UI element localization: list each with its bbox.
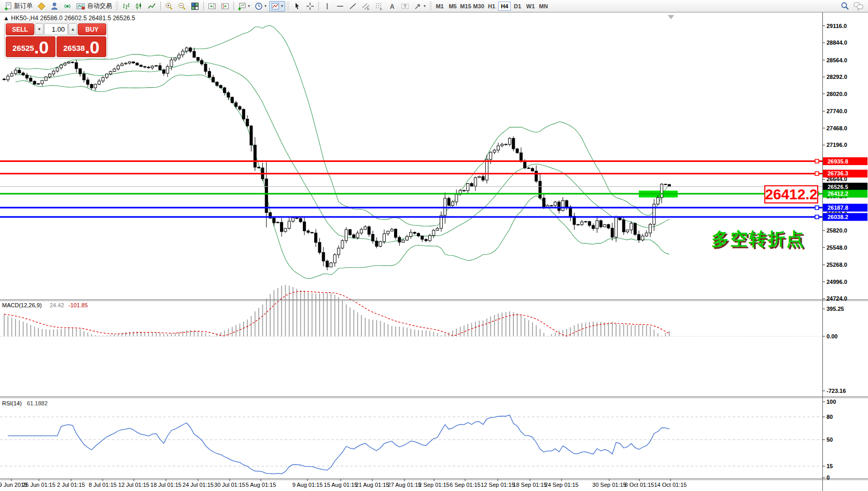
timeframe-W1[interactable]: W1 [524,2,537,11]
svg-text:RSI(14): RSI(14) [2,400,22,406]
sell-price-pips: .0 [34,38,49,56]
svg-text:F: F [380,7,382,10]
zoom-out-button[interactable] [176,1,188,11]
market-watch-icon [37,2,46,10]
buy-price-main: 26538 [63,40,85,56]
svg-text:28020.0: 28020.0 [827,91,847,97]
svg-text:26187.8: 26187.8 [828,204,848,211]
svg-text:8 Oct 01:15: 8 Oct 01:15 [625,482,654,488]
auto-trading-button[interactable]: 自动交易 [74,1,114,11]
tile-windows-button[interactable] [189,1,201,11]
svg-text:2 Sep 01:15: 2 Sep 01:15 [418,482,449,488]
svg-text:26412.2: 26412.2 [828,190,848,197]
volume-increase-button[interactable]: ▲ [68,23,77,35]
sell-button[interactable]: SELL [6,23,34,35]
svg-text:27740.0: 27740.0 [827,108,847,114]
channel-tool-button[interactable]: E [360,1,372,11]
chart-shift-button[interactable] [219,1,231,11]
svg-text:27 Aug 01:15: 27 Aug 01:15 [388,482,422,488]
chart-shift-marker-icon[interactable] [668,15,674,19]
price-chart[interactable]: 29116.028844.028564.028292.028020.027740… [0,12,868,491]
market-watch-button[interactable] [35,1,48,11]
svg-text:0.00: 0.00 [827,333,837,339]
svg-text:-101.85: -101.85 [68,302,88,308]
volume-input[interactable] [44,23,68,35]
svg-text:25820.0: 25820.0 [827,227,847,234]
crosshair-button[interactable] [304,1,316,11]
trendline-tool-button[interactable] [347,1,359,11]
text-label-tool-button[interactable]: T [399,1,411,11]
svg-text:9 Aug 01:15: 9 Aug 01:15 [292,482,323,488]
search-button[interactable] [838,1,851,11]
toolbar-grip [116,2,118,11]
timeframe-H4[interactable]: H4 [498,2,511,11]
buy-price-display[interactable]: 26538.0 [57,36,106,57]
new-order-label: 新订单 [14,2,33,10]
svg-text:26526.5: 26526.5 [828,184,848,190]
svg-text:12 Sep 01:15: 12 Sep 01:15 [481,482,514,488]
svg-text:26935.8: 26935.8 [828,158,848,165]
svg-text:50: 50 [827,437,833,443]
new-order-button[interactable]: 新订单 [2,1,35,11]
svg-text:25 Jun 01:15: 25 Jun 01:15 [22,482,55,488]
timeframe-M15[interactable]: M15 [459,2,472,11]
arrows-dropdown[interactable]: ▾ [412,1,428,11]
dropdown-caret-icon: ▾ [248,4,250,8]
signals-button[interactable] [61,1,74,11]
signals-icon [63,2,72,10]
toolbar-grip [287,2,289,11]
top-toolbar: 新订单 自动交易 [0,0,868,12]
dropdown-caret-icon: ▾ [264,4,267,8]
svg-text:61.1882: 61.1882 [27,400,48,406]
fibonacci-tool-button[interactable]: F [373,1,385,11]
svg-text:24724.0: 24724.0 [827,295,847,302]
trendline-icon [349,2,357,10]
timeframe-D1[interactable]: D1 [511,2,524,11]
sell-price-display[interactable]: 26525.0 [6,36,55,57]
zoom-out-icon [178,2,186,10]
horizontal-line-tool-button[interactable] [334,1,346,11]
zoom-in-icon [165,2,173,10]
svg-text:2 Jul 01:15: 2 Jul 01:15 [57,482,85,488]
svg-text:14 Oct 01:15: 14 Oct 01:15 [654,482,687,488]
timeframe-H1[interactable]: H1 [485,2,498,11]
svg-text:24 Jul 01:15: 24 Jul 01:15 [183,482,214,488]
timeframe-M30[interactable]: M30 [472,2,485,11]
indicators-dropdown[interactable]: ▾ [269,1,285,11]
price-annotation-label[interactable]: 26412.2 [764,185,818,203]
panel-collapse-icon[interactable]: ▲ [3,15,9,22]
period-clock-dropdown[interactable]: ▾ [253,1,269,11]
new-chart-dropdown[interactable]: ▾ [236,1,252,11]
search-icon [841,2,849,10]
cursor-button[interactable] [291,1,303,11]
timeframe-M5[interactable]: M5 [446,2,459,11]
candle-chart-type-button[interactable] [133,1,145,11]
svg-text:MACD(12,26,9): MACD(12,26,9) [2,302,41,308]
timeframe-MN[interactable]: MN [537,2,550,11]
vertical-line-tool-button[interactable] [321,1,333,11]
chat-button[interactable] [851,1,866,11]
svg-text:-723.16: -723.16 [827,388,846,394]
text-tool-button[interactable]: A [386,1,398,11]
one-click-trading-panel: SELL ▼ ▲ BUY 26525.0 26538.0 [4,22,108,59]
symbol-period-label: HK50-,H4 [11,15,38,22]
timeframe-toolbar: M1M5M15M30H1H4D1W1MN [433,2,550,11]
buy-button[interactable]: BUY [78,23,106,35]
chart-window: 29116.028844.028564.028292.028020.027740… [0,12,868,491]
svg-text:28292.0: 28292.0 [827,74,847,80]
bar-chart-type-button[interactable] [120,1,132,11]
arrows-icon [414,2,422,10]
volume-decrease-button[interactable]: ▼ [35,23,44,35]
svg-text:24 Sep 01:15: 24 Sep 01:15 [544,482,578,488]
svg-text:21 Aug 01:15: 21 Aug 01:15 [356,482,389,488]
line-chart-type-button[interactable] [146,1,158,11]
timeframe-M1[interactable]: M1 [433,2,446,11]
fibonacci-icon: F [375,2,383,10]
dropdown-caret-icon: ▾ [281,4,283,8]
svg-text:15 Aug 01:15: 15 Aug 01:15 [324,482,358,488]
turning-point-annotation[interactable]: 多空转折点 [711,227,805,251]
profile-button[interactable] [48,1,61,11]
line-chart-icon [148,2,156,10]
zoom-in-button[interactable] [163,1,175,11]
auto-scroll-button[interactable] [206,1,218,11]
